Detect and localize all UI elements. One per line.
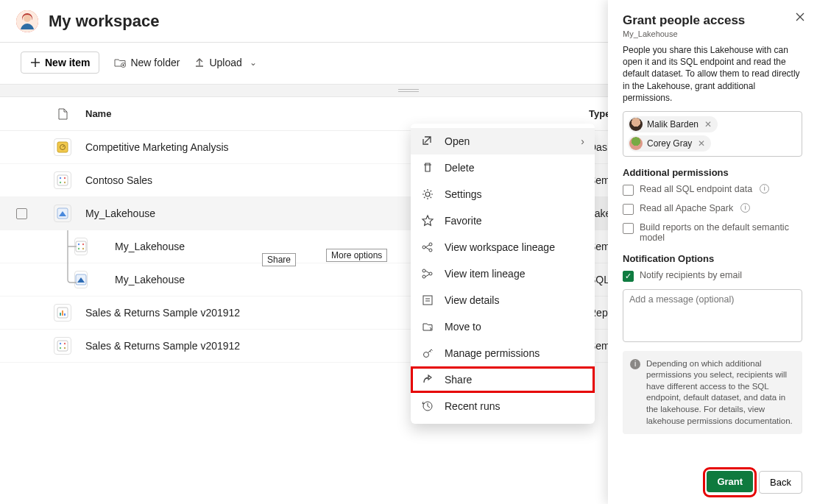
context-menu: Open›DeleteSettingsFavoriteView workspac… — [411, 124, 595, 424]
new-folder-label: New folder — [130, 57, 180, 68]
menu-move[interactable]: Move to — [411, 313, 595, 340]
notify-email-checkbox[interactable]: ✓ Notify recipients by email — [623, 270, 802, 282]
svg-rect-23 — [64, 313, 66, 316]
svg-point-8 — [60, 182, 61, 183]
close-icon[interactable] — [795, 12, 805, 22]
item-name[interactable]: Contoso Sales — [85, 174, 152, 186]
lineage-ws-icon — [421, 241, 434, 254]
item-name[interactable]: My_Lakehouse — [85, 207, 155, 219]
upload-button[interactable]: Upload ⌄ — [194, 57, 256, 68]
menu-permissions[interactable]: Manage permissions — [411, 340, 595, 366]
favorite-icon — [421, 214, 434, 227]
svg-point-35 — [429, 272, 432, 275]
move-icon — [421, 320, 434, 333]
share-tooltip: Share — [262, 253, 296, 266]
additional-permissions-label: Additional permissions — [623, 167, 802, 178]
page-title: My workspace — [49, 12, 159, 31]
people-input[interactable]: Malik Barden✕Corey Gray✕ — [623, 111, 802, 157]
delete-icon — [421, 161, 434, 174]
svg-point-28 — [64, 347, 66, 349]
dashboard-icon — [54, 138, 71, 156]
model-icon — [54, 171, 71, 189]
menu-label: Recent runs — [445, 400, 500, 412]
menu-recent[interactable]: Recent runs — [411, 393, 595, 419]
folder-plus-icon — [114, 57, 126, 68]
back-button[interactable]: Back — [759, 471, 802, 494]
menu-label: Manage permissions — [445, 347, 540, 359]
item-name[interactable]: My_Lakehouse — [115, 241, 185, 252]
menu-label: Move to — [445, 321, 481, 333]
grant-access-panel: Grant people access My_Lakehouse People … — [608, 0, 817, 504]
svg-point-32 — [429, 249, 432, 252]
item-name[interactable]: Competitive Marketing Analysis — [85, 141, 229, 153]
menu-settings[interactable]: Settings — [411, 181, 595, 207]
permission-label: Read all SQL endpoint data — [640, 184, 752, 194]
svg-rect-22 — [62, 310, 63, 316]
permission-checkbox[interactable]: Read all SQL endpoint datai — [623, 184, 802, 196]
menu-open[interactable]: Open› — [411, 128, 595, 155]
upload-icon — [194, 57, 205, 68]
menu-label: Delete — [445, 162, 474, 174]
menu-favorite[interactable]: Favorite — [411, 207, 595, 234]
svg-point-34 — [422, 275, 425, 278]
person-chip[interactable]: Malik Barden✕ — [628, 116, 718, 132]
col-name[interactable]: Name — [78, 108, 589, 119]
menu-lineage-ws[interactable]: View workspace lineage — [411, 234, 595, 260]
svg-point-30 — [422, 246, 425, 249]
menu-details[interactable]: View details — [411, 287, 595, 313]
remove-person-icon[interactable]: ✕ — [696, 138, 707, 149]
upload-label: Upload — [209, 57, 241, 68]
panel-subtitle: My_Lakehouse — [623, 29, 802, 38]
permission-checkbox[interactable]: Build reports on the default semantic mo… — [623, 222, 802, 243]
svg-point-37 — [424, 352, 429, 358]
item-name[interactable]: Sales & Returns Sample v201912 — [85, 340, 240, 352]
info-icon[interactable]: i — [740, 203, 750, 213]
menu-label: View details — [445, 294, 499, 306]
grant-button[interactable]: Grant — [707, 471, 753, 492]
item-name[interactable]: My_Lakehouse — [115, 274, 185, 285]
recent-icon — [421, 400, 434, 413]
menu-share[interactable]: Share — [411, 366, 595, 393]
person-name: Malik Barden — [647, 119, 698, 129]
svg-rect-36 — [423, 296, 432, 305]
svg-point-7 — [64, 177, 66, 179]
svg-point-29 — [425, 192, 430, 196]
menu-label: Settings — [445, 188, 482, 200]
notify-email-label: Notify recipients by email — [640, 270, 742, 280]
new-item-button[interactable]: New item — [21, 52, 99, 74]
row-checkbox[interactable] — [16, 208, 27, 219]
menu-delete[interactable]: Delete — [411, 155, 595, 181]
details-icon — [421, 294, 434, 307]
permission-checkbox[interactable]: Read all Apache Sparki — [623, 203, 802, 215]
tree-connector — [65, 263, 79, 296]
menu-lineage-item[interactable]: View item lineage — [411, 260, 595, 287]
svg-point-31 — [429, 243, 432, 246]
settings-icon — [421, 188, 434, 201]
menu-label: Favorite — [445, 215, 482, 227]
info-icon: i — [630, 359, 640, 369]
info-icon[interactable]: i — [760, 184, 769, 194]
person-chip[interactable]: Corey Gray✕ — [628, 135, 711, 152]
message-textarea[interactable] — [623, 289, 802, 342]
model-icon — [54, 337, 71, 355]
menu-label: Share — [445, 374, 472, 386]
permissions-icon — [421, 347, 434, 360]
info-note-text: Depending on which additional permission… — [646, 358, 795, 427]
svg-point-27 — [60, 347, 61, 349]
svg-rect-5 — [57, 175, 68, 185]
report-icon — [54, 304, 71, 322]
svg-point-1 — [24, 15, 31, 22]
permission-label: Read all Apache Spark — [640, 203, 733, 213]
item-name[interactable]: Sales & Returns Sample v201912 — [85, 307, 240, 319]
open-icon — [421, 135, 434, 148]
panel-footer: Grant Back — [623, 461, 802, 494]
tree-connector — [65, 230, 79, 263]
chevron-right-icon: › — [581, 135, 584, 147]
info-note: i Depending on which additional permissi… — [623, 351, 802, 434]
person-name: Corey Gray — [647, 138, 692, 149]
lineage-item-icon — [421, 267, 434, 280]
share-icon — [421, 373, 434, 386]
svg-point-9 — [64, 182, 66, 183]
remove-person-icon[interactable]: ✕ — [703, 119, 713, 129]
new-folder-button[interactable]: New folder — [114, 57, 180, 68]
